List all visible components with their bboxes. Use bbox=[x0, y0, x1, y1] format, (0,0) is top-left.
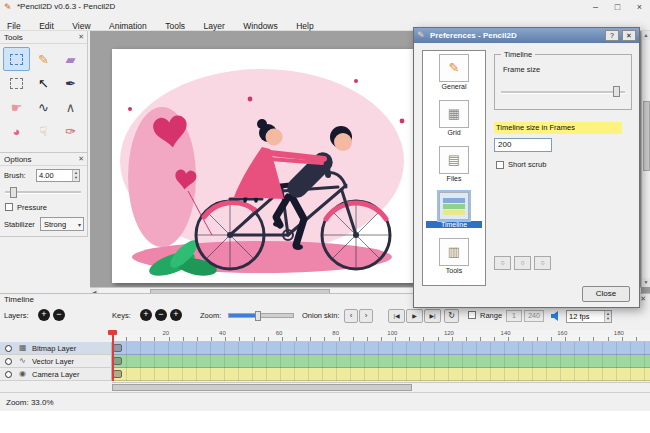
timeline-zoom-label: Zoom: bbox=[200, 311, 221, 320]
preferences-titlebar[interactable]: ✎ Preferences - Pencil2D ? ✕ bbox=[414, 28, 639, 43]
ruler-tick bbox=[296, 337, 297, 341]
eyedropper-tool-button[interactable]: ✑ bbox=[57, 119, 84, 143]
zoom-slider-handle[interactable] bbox=[255, 311, 261, 321]
ruler-number: 120 bbox=[442, 330, 456, 336]
dialog-help-button[interactable]: ? bbox=[605, 30, 619, 41]
vscroll-thumb[interactable] bbox=[643, 101, 650, 171]
layer-label-vector[interactable]: ∿ Vector Layer bbox=[0, 355, 112, 368]
eyedropper-tool-icon: ✑ bbox=[65, 125, 76, 138]
duplicate-keyframe-button[interactable]: + bbox=[170, 309, 182, 321]
scroll-up-icon[interactable]: ▲ bbox=[642, 31, 650, 40]
sound-icon[interactable] bbox=[550, 310, 562, 322]
layer-visibility-button-3[interactable]: ○ bbox=[534, 256, 551, 270]
ruler-tick bbox=[197, 337, 198, 341]
minimize-button[interactable]: – bbox=[585, 0, 606, 15]
prefs-category-grid[interactable]: ▦ Grid bbox=[423, 97, 485, 143]
prefs-category-general[interactable]: ✎ General bbox=[423, 51, 485, 97]
hand-tool-button[interactable]: ☛ bbox=[3, 95, 30, 119]
ruler-tick bbox=[239, 337, 240, 341]
bucket-tool-button[interactable]: ◕ bbox=[3, 119, 30, 143]
timeline-size-input[interactable]: 200 bbox=[494, 138, 552, 152]
brush-tool-button[interactable]: ∿ bbox=[30, 95, 57, 119]
playhead[interactable] bbox=[112, 330, 114, 381]
timeline-scrollbar-thumb[interactable] bbox=[112, 384, 412, 391]
visibility-dot[interactable] bbox=[5, 358, 12, 365]
ruler-tick bbox=[353, 337, 354, 341]
chevron-down-icon: ▾ bbox=[78, 221, 81, 228]
stabilizer-dropdown[interactable]: Strong ▾ bbox=[40, 217, 84, 231]
camera-layer-icon: ◉ bbox=[19, 369, 26, 378]
fps-spinner-arrows-icon[interactable]: ▲▼ bbox=[604, 311, 611, 322]
remove-keyframe-button[interactable]: − bbox=[155, 309, 167, 321]
prefs-category-timeline[interactable]: Timeline bbox=[423, 189, 485, 235]
tools-icon: ▥ bbox=[448, 245, 460, 259]
ruler-tick bbox=[494, 337, 495, 341]
playhead-marker[interactable] bbox=[108, 330, 117, 335]
frame-size-slider-handle[interactable] bbox=[613, 86, 620, 97]
prefs-category-files[interactable]: ▤ Files bbox=[423, 143, 485, 189]
visibility-dot[interactable] bbox=[5, 345, 12, 352]
bitmap-layer-track[interactable] bbox=[112, 342, 650, 355]
range-checkbox[interactable] bbox=[468, 311, 476, 319]
keyframe-cell[interactable] bbox=[113, 344, 122, 352]
add-layer-button[interactable]: + bbox=[38, 309, 50, 321]
onion-next-icon[interactable]: › bbox=[359, 309, 373, 323]
layer-visibility-button-2[interactable]: ○ bbox=[514, 256, 531, 270]
vector-layer-icon: ∿ bbox=[19, 356, 26, 365]
polyline-tool-button[interactable]: ∧ bbox=[57, 95, 84, 119]
fps-value: 12 fps bbox=[569, 312, 589, 321]
remove-layer-button[interactable]: − bbox=[53, 309, 65, 321]
spinner-arrows-icon[interactable]: ▲▼ bbox=[72, 170, 79, 181]
eraser-tool-button[interactable]: ▰ bbox=[57, 47, 84, 71]
hand-tool-icon: ☛ bbox=[11, 101, 23, 114]
marquee-tool-button[interactable] bbox=[3, 71, 30, 95]
dialog-close-icon[interactable]: ✕ bbox=[622, 30, 636, 41]
smudge-tool-icon: ☟ bbox=[40, 125, 48, 138]
camera-layer-row: ◉ Camera Layer bbox=[0, 368, 650, 381]
keyframe-cell[interactable] bbox=[113, 370, 122, 378]
select-tool-button[interactable] bbox=[3, 47, 30, 71]
layer-label-bitmap[interactable]: ▦ Bitmap Layer bbox=[0, 342, 112, 355]
fps-spinner[interactable]: 12 fps ▲▼ bbox=[566, 310, 612, 323]
drawing-canvas[interactable] bbox=[112, 49, 428, 283]
keyframe-cell[interactable] bbox=[113, 357, 122, 365]
timeline-ruler[interactable]: 20406080100120140160180 bbox=[112, 330, 650, 342]
onion-prev-icon[interactable]: ‹ bbox=[344, 309, 358, 323]
vector-layer-track[interactable] bbox=[112, 355, 650, 368]
loop-icon[interactable]: ↻ bbox=[444, 309, 459, 323]
move-tool-button[interactable]: ↖ bbox=[30, 71, 57, 95]
canvas-vertical-scrollbar[interactable]: ▲ ▼ bbox=[641, 31, 650, 287]
ruler-tick bbox=[154, 337, 155, 341]
pen-tool-button[interactable]: ✒ bbox=[57, 71, 84, 95]
layers-label: Layers: bbox=[4, 311, 29, 320]
timeline-panel-close-icon[interactable]: ✕ bbox=[640, 295, 646, 303]
pencil-tool-button[interactable]: ✎ bbox=[30, 47, 57, 71]
play-button[interactable]: ▶ bbox=[406, 309, 423, 323]
layer-visibility-button-1[interactable]: ○ bbox=[494, 256, 511, 270]
tools-panel-close-icon[interactable]: ✕ bbox=[78, 33, 84, 41]
options-panel-close-icon[interactable]: ✕ bbox=[78, 155, 84, 163]
timeline-settings-group: Timeline Frame size bbox=[494, 54, 632, 110]
scroll-down-icon[interactable]: ▼ bbox=[642, 278, 650, 287]
close-dialog-button[interactable]: Close bbox=[582, 286, 630, 302]
smudge-tool-button[interactable]: ☟ bbox=[30, 119, 57, 143]
brush-slider-handle[interactable] bbox=[10, 187, 17, 198]
range-end-field[interactable]: 240 bbox=[524, 310, 544, 322]
layer-label-camera[interactable]: ◉ Camera Layer bbox=[0, 368, 112, 381]
close-window-button[interactable]: × bbox=[629, 0, 650, 15]
app-icon: ✎ bbox=[4, 2, 12, 13]
range-start-field[interactable]: 1 bbox=[506, 310, 522, 322]
frame-size-slider[interactable] bbox=[501, 91, 625, 94]
pressure-checkbox[interactable] bbox=[5, 203, 13, 211]
prefs-category-tools[interactable]: ▥ Tools bbox=[423, 235, 485, 281]
timeline-zoom-slider[interactable] bbox=[228, 313, 294, 318]
camera-layer-track[interactable] bbox=[112, 368, 650, 381]
add-keyframe-button[interactable]: + bbox=[140, 309, 152, 321]
timeline-scrollbar[interactable] bbox=[112, 382, 650, 392]
short-scrub-checkbox[interactable] bbox=[496, 161, 504, 169]
maximize-button[interactable]: □ bbox=[607, 0, 628, 15]
visibility-dot[interactable] bbox=[5, 371, 12, 378]
previous-frame-button[interactable]: |◀ bbox=[388, 309, 405, 323]
next-frame-button[interactable]: ▶| bbox=[424, 309, 441, 323]
brush-size-spinner[interactable]: 4.00 ▲▼ bbox=[36, 169, 80, 182]
